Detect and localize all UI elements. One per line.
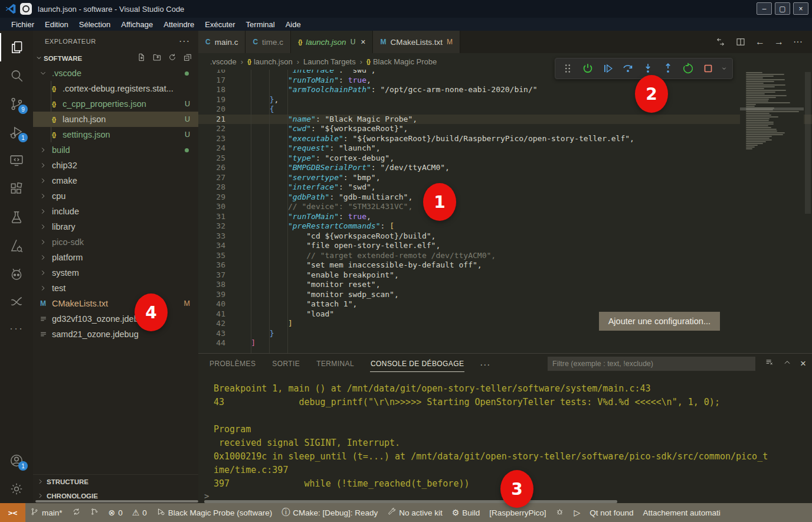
panel-more-icon[interactable]: ··· <box>480 359 490 369</box>
minimize-button[interactable]: – <box>757 2 772 15</box>
file-tree-item[interactable]: {}c_cpp_properties.jsonU <box>33 96 198 112</box>
step-over-button[interactable] <box>619 60 637 77</box>
restart-button[interactable] <box>679 60 697 77</box>
minimap[interactable] <box>740 70 804 353</box>
remote-indicator[interactable]: >< <box>0 503 25 522</box>
panel-horizontal-scrollbar[interactable] <box>204 500 617 503</box>
status-black-magic-probe-softwa[interactable]: Black Magic Probe (software) <box>152 503 277 522</box>
tab-launch.json[interactable]: {}launch.jsonU× <box>291 31 373 53</box>
chevron-down-icon[interactable] <box>35 53 42 64</box>
power-button[interactable] <box>579 60 597 77</box>
activitybar-cmake-tools[interactable] <box>0 231 33 260</box>
close-icon[interactable]: × <box>800 358 806 370</box>
clear-console-icon[interactable] <box>765 358 774 370</box>
tab-CMakeLists.txt[interactable]: MCMakeLists.txtM <box>373 31 460 53</box>
refresh-icon[interactable] <box>168 53 177 64</box>
workspace-section-title[interactable]: SOFTWARE <box>44 55 137 62</box>
forward-icon[interactable]: → <box>774 37 784 47</box>
add-configuration-button[interactable]: Ajouter une configuration... <box>599 312 720 331</box>
chevron-down-button[interactable] <box>719 60 729 77</box>
activitybar-test-beaker[interactable] <box>0 203 33 231</box>
back-icon[interactable]: ← <box>755 37 765 47</box>
file-tree-item[interactable]: .vscode <box>33 66 198 81</box>
file-tree-item[interactable]: {}.cortex-debug.registers.stat... <box>33 81 198 96</box>
open-changes-icon[interactable] <box>715 37 726 47</box>
more-icon[interactable]: ··· <box>793 37 803 47</box>
activitybar-source-control[interactable]: 9 <box>0 90 33 118</box>
file-tree-item[interactable]: MCMakeLists.txtM <box>33 296 198 311</box>
breadcrumb-item[interactable]: {}launch.json <box>246 57 294 66</box>
file-tree-item[interactable]: cpu <box>33 188 198 204</box>
editor-vertical-scrollbar[interactable] <box>804 70 812 353</box>
status-qt-not-found[interactable]: Qt not found <box>585 503 638 522</box>
menu-fichier[interactable]: Fichier <box>6 20 40 29</box>
breadcrumb-item[interactable]: {}Black Magic Probe <box>365 57 438 66</box>
new-file-icon[interactable] <box>137 53 146 64</box>
status-0[interactable]: ⚠0 <box>127 503 152 522</box>
status-no-active-kit[interactable]: No active kit <box>382 503 447 522</box>
editor[interactable]: 16 "interface": "swd",17 "runToMain": tr… <box>198 70 812 353</box>
debug-filter-input[interactable]: Filtre (exemple : text, !exclude) <box>548 357 755 371</box>
menu-edition[interactable]: Edition <box>40 20 74 29</box>
status-attachement-automati[interactable]: Attachement automati <box>639 503 725 522</box>
menu-atteindre[interactable]: Atteindre <box>158 20 199 29</box>
file-tree-item[interactable]: samd21_ozone.jdebug <box>33 327 198 342</box>
activitybar-extensions[interactable] <box>0 175 33 203</box>
activitybar-platformio[interactable] <box>0 260 33 288</box>
breadcrumb-item[interactable]: .vscode <box>209 57 238 66</box>
panel-tab-problèmes[interactable]: PROBLÈMES <box>209 356 256 371</box>
file-tree-item[interactable]: build <box>33 142 198 158</box>
menu-terminal[interactable]: Terminal <box>241 20 280 29</box>
file-tree-item[interactable]: {}settings.jsonU <box>33 127 198 142</box>
file-tree-item[interactable]: gd32vf103_ozone.jdebug <box>33 311 198 327</box>
status-build[interactable]: ⚙Build <box>447 503 485 522</box>
file-tree-item[interactable]: library <box>33 219 198 234</box>
collapse-all-icon[interactable] <box>183 53 192 64</box>
activitybar-remote-explorer[interactable] <box>0 146 33 175</box>
activitybar-account[interactable]: 1 <box>0 446 33 475</box>
pause-continue-button[interactable] <box>599 60 617 77</box>
tab-time.c[interactable]: Ctime.c <box>245 31 291 53</box>
tab-main.c[interactable]: Cmain.c <box>198 31 245 53</box>
file-tree-item[interactable]: include <box>33 204 198 219</box>
panel-tab-console-de-débogage[interactable]: CONSOLE DE DÉBOGAGE <box>370 356 464 372</box>
status-cmake-debug-ready[interactable]: ⓘCMake: [Debug]: Ready <box>277 503 382 522</box>
activitybar-search[interactable] <box>0 61 33 90</box>
close-icon[interactable]: × <box>361 37 365 47</box>
file-tree-item[interactable]: {}launch.jsonU <box>33 112 198 127</box>
status-0[interactable]: ⊗0 <box>104 503 127 522</box>
step-out-button[interactable] <box>659 60 677 77</box>
file-tree-item[interactable]: cmake <box>33 173 198 188</box>
activitybar-explorer[interactable] <box>0 33 33 61</box>
breadcrumb-item[interactable]: Launch Targets <box>302 57 357 66</box>
menu-sélection[interactable]: Sélection <box>74 20 116 29</box>
split-editor-icon[interactable] <box>735 37 746 47</box>
new-folder-icon[interactable] <box>152 53 162 64</box>
activitybar-run-debug[interactable]: 1 <box>0 118 33 146</box>
file-tree-item[interactable]: chip32 <box>33 158 198 173</box>
menu-exécuter[interactable]: Exécuter <box>199 20 240 29</box>
debug-console[interactable]: Breakpoint 1, main () at /mnt/data/git/o… <box>198 374 812 491</box>
chevron-up-icon[interactable] <box>782 358 792 370</box>
close-button[interactable]: × <box>793 2 808 15</box>
file-tree-item[interactable]: system <box>33 265 198 280</box>
menu-aide[interactable]: Aide <box>280 20 306 29</box>
section-structure[interactable]: STRUCTURE <box>33 475 198 489</box>
status-play[interactable]: ▷ <box>569 503 585 522</box>
status-bug[interactable] <box>551 503 569 522</box>
explorer-more-icon[interactable]: ··· <box>179 36 190 47</box>
status-graph[interactable] <box>86 503 104 522</box>
maximize-button[interactable]: ▢ <box>775 2 790 15</box>
activitybar-more-icon[interactable]: ··· <box>9 317 24 340</box>
stop-button[interactable] <box>699 60 717 77</box>
activitybar-visual-studio[interactable] <box>0 288 33 317</box>
file-tree-item[interactable]: pico-sdk <box>33 234 198 250</box>
status-main-[interactable]: main* <box>25 503 67 522</box>
panel-tab-sortie[interactable]: SORTIE <box>271 356 300 371</box>
menu-affichage[interactable]: Affichage <box>116 20 158 29</box>
status-sync[interactable] <box>67 503 86 522</box>
panel-tab-terminal[interactable]: TERMINAL <box>316 356 355 371</box>
activitybar-settings[interactable] <box>0 475 33 503</box>
file-tree-item[interactable]: platform <box>33 250 198 265</box>
sidebar-horizontal-scrollbar[interactable] <box>35 500 198 503</box>
